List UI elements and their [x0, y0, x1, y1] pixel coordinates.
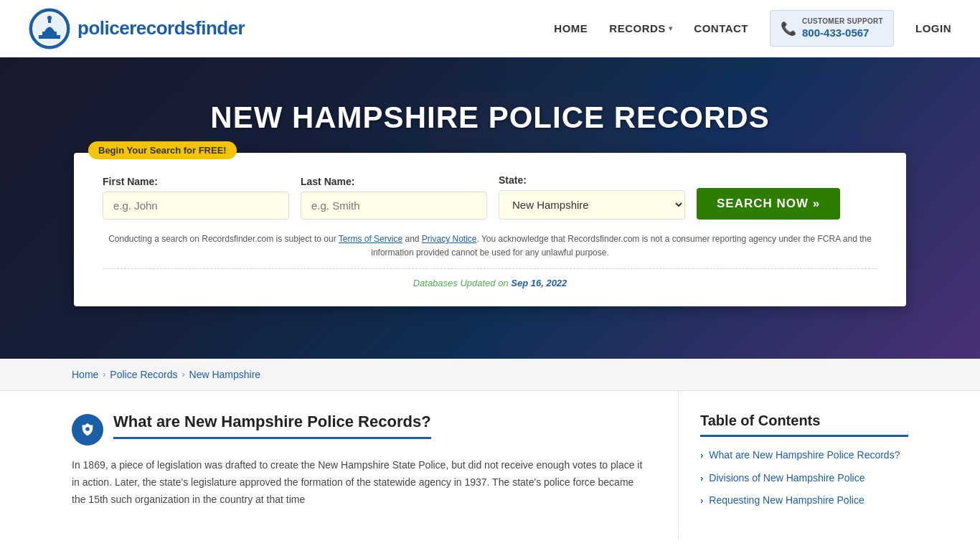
toc-chevron-icon-2: › — [700, 495, 703, 506]
toc-section: Table of Contents › What are New Hampshi… — [679, 391, 908, 538]
state-select[interactable]: New Hampshire Alabama Alaska Arizona Cal… — [499, 190, 685, 220]
db-updated: Databases Updated on Sep 16, 2022 — [103, 268, 877, 288]
logo-icon — [29, 8, 70, 50]
breadcrumb-current: New Hampshire — [189, 369, 261, 380]
svg-rect-8 — [58, 35, 60, 39]
breadcrumb-home[interactable]: Home — [72, 369, 98, 380]
breadcrumb-sep-1: › — [103, 369, 105, 380]
logo-text: policerecordsfinder — [77, 17, 245, 39]
breadcrumb-police-records[interactable]: Police Records — [110, 369, 177, 380]
breadcrumb: Home › Police Records › New Hampshire — [0, 359, 980, 391]
main-content: What are New Hampshire Police Records? I… — [0, 391, 980, 538]
phone-icon: 📞 — [781, 21, 796, 37]
toc-link-1[interactable]: Divisions of New Hampshire Police — [709, 471, 864, 486]
support-label: CUSTOMER SUPPORT — [802, 17, 883, 26]
disclaimer-text: Conducting a search on Recordsfinder.com… — [103, 232, 877, 260]
toc-item-2[interactable]: › Requesting New Hampshire Police — [700, 494, 908, 508]
breadcrumb-sep-2: › — [182, 369, 185, 380]
hero-section: NEW HAMPSHIRE POLICE RECORDS Begin Your … — [0, 57, 980, 359]
state-label: State: — [499, 174, 685, 186]
nav-login[interactable]: LOGIN — [915, 22, 951, 34]
article-title: What are New Hampshire Police Records? — [113, 413, 431, 439]
records-chevron-icon: ▾ — [669, 24, 673, 32]
hero-title: NEW HAMPSHIRE POLICE RECORDS — [210, 100, 769, 135]
first-name-group: First Name: — [103, 176, 289, 220]
toc-link-0[interactable]: What are New Hampshire Police Records? — [709, 448, 900, 463]
search-button[interactable]: SEARCH NOW » — [697, 188, 840, 220]
toc-title: Table of Contents — [700, 413, 908, 437]
first-name-input[interactable] — [103, 192, 289, 220]
svg-point-9 — [85, 427, 90, 431]
site-header: policerecordsfinder HOME RECORDS ▾ CONTA… — [0, 0, 980, 57]
customer-support-button[interactable]: 📞 CUSTOMER SUPPORT 800-433-0567 — [770, 10, 894, 47]
state-group: State: New Hampshire Alabama Alaska Ariz… — [499, 174, 685, 220]
privacy-link[interactable]: Privacy Notice — [422, 234, 477, 244]
nav-home[interactable]: HOME — [554, 22, 588, 34]
toc-link-2[interactable]: Requesting New Hampshire Police — [709, 494, 864, 508]
toc-chevron-icon-0: › — [700, 450, 703, 461]
search-form: First Name: Last Name: State: New Hampsh… — [103, 174, 877, 220]
article-section: What are New Hampshire Police Records? I… — [72, 391, 679, 538]
toc-chevron-icon-1: › — [700, 473, 703, 484]
first-name-label: First Name: — [103, 176, 289, 187]
nav-contact[interactable]: CONTACT — [694, 22, 748, 34]
toc-item-0[interactable]: › What are New Hampshire Police Records? — [700, 448, 908, 463]
last-name-input[interactable] — [301, 192, 487, 220]
last-name-group: Last Name: — [301, 176, 487, 220]
article-body: In 1869, a piece of legislation was draf… — [72, 457, 649, 508]
free-badge: Begin Your Search for FREE! — [88, 141, 237, 159]
terms-link[interactable]: Terms of Service — [339, 234, 402, 244]
svg-point-6 — [47, 16, 52, 20]
svg-rect-4 — [42, 32, 57, 36]
support-number: 800-433-0567 — [802, 26, 883, 40]
police-badge-icon — [72, 414, 103, 446]
svg-rect-7 — [39, 35, 41, 39]
toc-item-1[interactable]: › Divisions of New Hampshire Police — [700, 471, 908, 486]
nav-records[interactable]: RECORDS ▾ — [609, 22, 672, 34]
site-logo[interactable]: policerecordsfinder — [29, 8, 245, 50]
last-name-label: Last Name: — [301, 176, 487, 187]
search-card: Begin Your Search for FREE! First Name: … — [74, 153, 906, 306]
article-header: What are New Hampshire Police Records? — [72, 413, 649, 446]
main-nav: HOME RECORDS ▾ CONTACT 📞 CUSTOMER SUPPOR… — [554, 10, 951, 47]
